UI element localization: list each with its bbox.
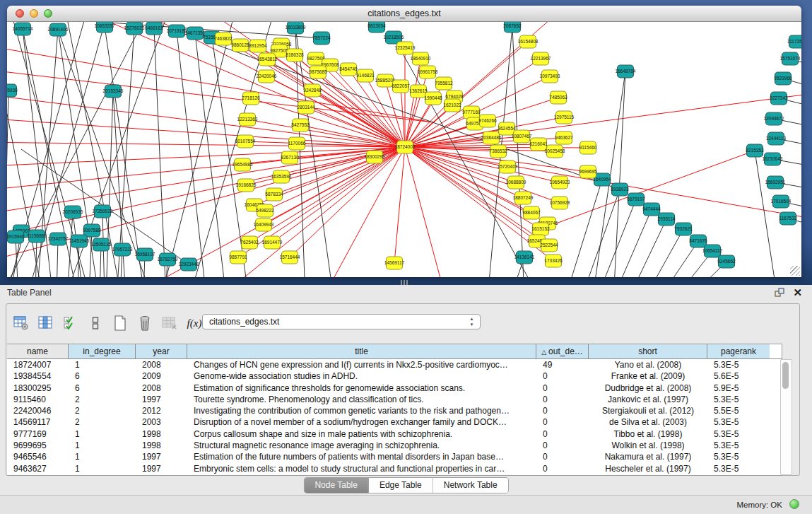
graph-node[interactable]: 9245652 [717,255,736,268]
graph-node[interactable]: 12093872 [764,112,784,125]
graph-node[interactable]: 17359928 [93,205,113,218]
graph-node[interactable]: 1990448 [424,92,442,105]
graph-node[interactable]: 9227343 [770,92,788,105]
graph-node[interactable]: 2005930 [7,84,18,97]
delete-table-icon[interactable] [136,314,154,332]
select-columns-icon[interactable] [61,314,80,332]
graph-node[interactable]: 9242848 [303,84,322,97]
graph-node[interactable]: 9884067 [522,206,541,219]
graph-node[interactable]: 9777169 [462,106,481,119]
close-window-icon[interactable] [16,9,24,18]
panel-splitter-grip-icon[interactable] [401,280,409,285]
graph-node[interactable]: 15716444 [280,251,300,264]
network-window-titlebar[interactable]: citations_edges.txt [7,6,801,22]
graph-node[interactable]: 12923448 [179,258,199,271]
graph-node[interactable]: 9529966 [774,72,792,85]
graph-node[interactable]: 5498222 [256,204,274,217]
graph-node[interactable]: 6679197 [627,193,645,206]
graph-node[interactable]: 17957223 [112,243,133,256]
graph-node[interactable]: 16543812 [257,53,278,66]
graph-node[interactable]: 7932621 [674,223,693,235]
graph-node[interactable]: 12444113 [766,132,787,145]
graph-node[interactable]: 16033809 [286,22,306,34]
graph-node[interactable]: 2087652 [503,22,522,33]
tab-edge-table[interactable]: Edge Table [369,478,433,493]
graph-node[interactable]: 8938923 [611,183,629,196]
graph-node[interactable]: 9115460 [579,141,597,154]
row-height-icon[interactable] [86,314,105,332]
graph-node[interactable]: 1615152 [531,223,550,235]
graph-node[interactable]: 15692951 [765,176,786,189]
column-header-title[interactable]: title [187,344,536,358]
attribute-table[interactable]: namein_degreeyeartitle△out_de…shortpager… [7,344,782,476]
column-header-in_degree[interactable]: in_degree [69,344,136,358]
graph-node[interactable]: 19654985 [233,158,253,171]
graph-node[interactable]: 18300295 [365,151,385,163]
column-header-out_de[interactable]: △out_de… [536,344,589,358]
table-row[interactable]: 1830029562008Estimation of significance … [7,382,782,394]
table-row[interactable]: 1456911722003Disruption of a novel membe… [7,416,782,428]
graph-node[interactable]: 16353594 [271,170,292,183]
graph-node[interactable]: 7463822 [214,33,233,45]
graph-node[interactable]: 9463627 [555,132,573,144]
show-column-icon[interactable] [37,314,55,332]
graph-node[interactable]: 8813054 [367,22,386,33]
table-row[interactable]: 1938455462009Genome-wide association stu… [7,370,782,382]
column-header-year[interactable]: year [136,344,187,358]
graph-node[interactable]: 14055714 [13,23,33,35]
graph-node[interactable]: 15276023 [124,22,145,35]
graph-node[interactable]: 7857224 [312,32,331,45]
table-row[interactable]: 977716911998Corpus callosum shape and si… [7,428,782,440]
scrollbar-thumb[interactable] [782,362,789,389]
graph-node[interactable]: 12342757 [48,233,69,245]
graph-node[interactable]: 15751074 [780,52,801,65]
float-window-icon[interactable] [775,288,784,298]
graph-node[interactable]: 20153346 [103,85,124,98]
graph-node[interactable]: 2803144 [297,101,315,114]
function-builder-icon[interactable]: f(x) [185,314,204,332]
graph-node[interactable]: 1733426 [544,255,563,267]
table-row[interactable]: 911546021997Tourette syndrome. Phenomeno… [7,394,782,405]
column-header-pagerank[interactable]: pagerank [707,344,770,358]
graph-node[interactable]: 7955812 [435,77,453,90]
graph-node[interactable]: 8186328 [286,49,304,62]
graph-node[interactable]: 9875685 [309,66,327,78]
tab-node-table[interactable]: Node Table [304,478,369,493]
network-canvas[interactable]: 1405571420891406106532871527602364661611… [7,22,801,277]
graph-node[interactable]: 1167533 [779,212,797,225]
table-row[interactable]: 1872400712008Changes of HCN gene express… [7,359,782,370]
table-row[interactable]: 946362711997Embryonic stem cells: a mode… [7,463,782,474]
graph-node[interactable]: 2522544 [540,239,558,252]
graph-node[interactable]: 16914479 [262,236,283,249]
graph-node[interactable]: 8454749 [339,63,358,76]
graph-node[interactable]: 15720407 [498,160,518,173]
graph-node[interactable]: 8267130 [281,151,299,164]
graph-node[interactable]: 16154808 [518,35,539,48]
graph-node[interactable]: 10973493 [540,70,560,83]
column-header-short[interactable]: short [589,344,707,358]
graph-node[interactable]: 9746266 [478,115,497,127]
graph-node[interactable]: 7485063 [549,91,567,104]
graph-node[interactable]: 9860128 [231,39,249,52]
graph-node[interactable]: 1170066 [288,137,306,150]
graph-node[interactable]: 12505135 [91,238,112,251]
graph-node[interactable]: 10107554 [235,135,256,148]
graph-node[interactable]: 16409943 [254,218,274,231]
graph-node[interactable]: 10756928 [550,197,570,209]
tab-network-table[interactable]: Network Table [433,478,508,493]
graph-node[interactable]: 16648784 [616,65,636,78]
table-row[interactable]: 969969511998Structural magnetic resonanc… [7,440,782,451]
zoom-window-icon[interactable] [44,9,52,18]
graph-node[interactable]: 7625402 [240,236,259,249]
import-table-icon[interactable] [160,314,179,332]
graph-node[interactable]: 1621022 [443,99,461,112]
graph-node[interactable]: 17016504 [771,195,792,208]
graph-node[interactable]: 16958107 [135,248,155,261]
graph-node[interactable]: 20891406 [48,23,69,36]
graph-node[interactable]: 19166825 [236,179,257,192]
graph-node[interactable]: 9146821 [356,69,375,82]
graph-node[interactable]: 16961758 [418,66,438,78]
table-settings-icon[interactable] [12,314,30,332]
graph-node[interactable]: 12213363 [237,113,258,126]
graph-node[interactable]: 10688809 [506,176,526,189]
